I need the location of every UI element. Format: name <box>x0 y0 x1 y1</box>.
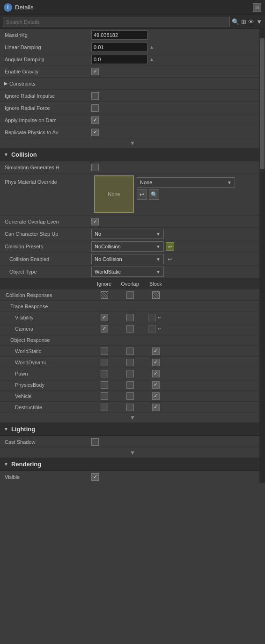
visibility-reset-icon[interactable]: ↩ <box>156 314 163 321</box>
search-icon[interactable]: 🔍 <box>232 18 239 25</box>
generate-overlap-checkbox[interactable] <box>91 218 99 225</box>
camera-overlap-checkbox[interactable] <box>126 325 134 333</box>
cast-shadow-checkbox[interactable] <box>91 438 99 446</box>
destructible-ignore-checkbox[interactable] <box>101 404 108 411</box>
cr-ignore-header: Ignore <box>91 281 117 287</box>
worldstatic-label: WorldStatic <box>0 348 91 354</box>
constraints-triangle: ▶ <box>4 80 7 87</box>
search-input[interactable] <box>3 17 230 27</box>
linear-damping-label: Linear Damping <box>0 44 91 50</box>
visibility-ignore-checkbox[interactable] <box>101 314 108 321</box>
phys-material-dropdown[interactable]: None ▼ <box>137 177 235 188</box>
cast-shadow-row: Cast Shadow <box>0 436 265 448</box>
collision-presets-row: Collision Presets NoCollision ▼ ↩ <box>0 240 265 253</box>
ignore-radial-impulse-label: Ignore Radial Impulse <box>0 93 91 99</box>
collision-enabled-row: Collision Enabled No Collision ▼ ↩ <box>0 253 265 266</box>
lighting-collapse-arrow[interactable]: ▼ <box>130 449 135 456</box>
collision-enabled-reset-icon[interactable]: ↩ <box>166 255 173 263</box>
pawn-ignore-cell <box>91 370 117 377</box>
visible-row: Visible <box>0 471 265 483</box>
replicate-physics-value <box>91 129 265 136</box>
cr-responses-ignore-checkbox[interactable] <box>101 291 108 299</box>
destructible-block-checkbox[interactable] <box>152 404 160 411</box>
collision-enabled-dropdown-arrow: ▼ <box>156 257 161 262</box>
simulation-generates-checkbox[interactable] <box>91 164 99 171</box>
lighting-triangle: ▼ <box>4 427 8 432</box>
worlddynamic-block-cell <box>143 359 169 366</box>
replicate-physics-checkbox[interactable] <box>91 129 99 136</box>
linear-damping-input[interactable]: 0.01 <box>91 43 147 52</box>
destructible-overlap-checkbox[interactable] <box>126 404 134 411</box>
collision-enabled-dropdown[interactable]: No Collision ▼ <box>91 254 164 264</box>
vehicle-ignore-checkbox[interactable] <box>101 392 108 400</box>
collision-presets-dropdown[interactable]: NoCollision ▼ <box>91 241 164 252</box>
cr-responses-block-checkbox[interactable] <box>152 291 160 299</box>
caret-down-icon[interactable]: ▼ <box>256 18 262 25</box>
apply-impulse-checkbox[interactable] <box>91 116 99 124</box>
collision-presets-reset-btn[interactable]: ↩ <box>166 242 174 251</box>
vehicle-label: Vehicle <box>0 393 91 399</box>
camera-ignore-checkbox[interactable] <box>101 325 108 333</box>
scroll-thumb[interactable] <box>260 38 265 169</box>
phys-material-reset-btn[interactable]: ↩ <box>137 189 147 200</box>
object-type-value: WorldStatic ▼ <box>91 267 265 277</box>
visibility-ignore-cell <box>91 314 117 321</box>
header-close-button[interactable]: ⊟ <box>253 3 261 12</box>
worlddynamic-block-checkbox[interactable] <box>152 359 160 366</box>
rendering-section-header[interactable]: ▼ Rendering <box>0 458 265 471</box>
grid-icon[interactable]: ⊞ <box>241 18 246 25</box>
angular-damping-input[interactable]: 0.0 <box>91 55 147 64</box>
vehicle-row: Vehicle <box>0 391 265 402</box>
physicsbody-block-checkbox[interactable] <box>152 381 160 389</box>
vehicle-block-checkbox[interactable] <box>152 392 160 400</box>
constraints-row[interactable]: ▶ Constraints <box>0 78 265 90</box>
collision-section-header[interactable]: ▼ Collision <box>0 148 265 161</box>
visible-checkbox[interactable] <box>91 473 99 481</box>
ignore-radial-force-checkbox[interactable] <box>91 104 99 112</box>
linear-damping-value: 0.01 ▲ <box>91 43 265 52</box>
mass-input[interactable]: 49.038182 <box>91 30 147 40</box>
scrollbar[interactable] <box>259 29 265 483</box>
vehicle-overlap-checkbox[interactable] <box>126 392 134 400</box>
camera-row: Camera ↩ <box>0 323 265 334</box>
worlddynamic-ignore-checkbox[interactable] <box>101 359 108 366</box>
physicsbody-overlap-cell <box>117 381 143 389</box>
apply-impulse-row: Apply Impulse on Dam <box>0 114 265 126</box>
worldstatic-overlap-checkbox[interactable] <box>126 347 134 355</box>
visibility-block-checkbox[interactable] <box>148 314 156 321</box>
ignore-radial-impulse-checkbox[interactable] <box>91 92 99 100</box>
pawn-ignore-checkbox[interactable] <box>101 370 108 377</box>
can-char-step-label: Can Character Step Up <box>0 231 91 237</box>
worldstatic-ignore-cell <box>91 347 117 355</box>
physicsbody-overlap-checkbox[interactable] <box>126 381 134 389</box>
worldstatic-block-checkbox[interactable] <box>152 347 160 355</box>
eye-icon[interactable]: 👁 <box>248 18 254 25</box>
camera-block-checkbox[interactable] <box>148 325 156 333</box>
can-char-step-dropdown[interactable]: No ▼ <box>91 229 164 239</box>
camera-reset-icon[interactable]: ↩ <box>156 325 163 333</box>
worlddynamic-overlap-checkbox[interactable] <box>126 359 134 366</box>
cr-responses-overlap-checkbox[interactable] <box>126 291 134 299</box>
visibility-overlap-checkbox[interactable] <box>126 314 134 321</box>
lighting-section-header[interactable]: ▼ Lighting <box>0 423 265 436</box>
object-type-dropdown[interactable]: WorldStatic ▼ <box>91 267 164 277</box>
pawn-block-checkbox[interactable] <box>152 370 160 377</box>
angular-damping-label: Angular Damping <box>0 57 91 62</box>
mass-value: 49.038182 <box>91 30 265 40</box>
simulation-generates-value <box>91 164 265 171</box>
phys-material-dropdown-arrow: ▼ <box>227 180 232 185</box>
camera-block-cell: ↩ <box>143 325 169 333</box>
enable-gravity-checkbox[interactable] <box>91 68 99 75</box>
collision-collapse-arrow[interactable]: ▼ <box>130 414 135 421</box>
collision-collapse-row: ▼ <box>0 413 265 423</box>
ignore-radial-impulse-row: Ignore Radial Impulse <box>0 90 265 102</box>
collision-triangle: ▼ <box>4 152 8 157</box>
pawn-overlap-checkbox[interactable] <box>126 370 134 377</box>
worldstatic-ignore-checkbox[interactable] <box>101 347 108 355</box>
lighting-section-title: Lighting <box>11 426 35 433</box>
worldstatic-row: WorldStatic <box>0 346 265 357</box>
physics-collapse-arrow[interactable]: ▼ <box>130 140 135 146</box>
phys-material-row: Phys Material Override None None ▼ ↩ 🔍 <box>0 174 265 216</box>
phys-material-search-btn[interactable]: 🔍 <box>149 189 159 200</box>
physicsbody-ignore-checkbox[interactable] <box>101 381 108 389</box>
